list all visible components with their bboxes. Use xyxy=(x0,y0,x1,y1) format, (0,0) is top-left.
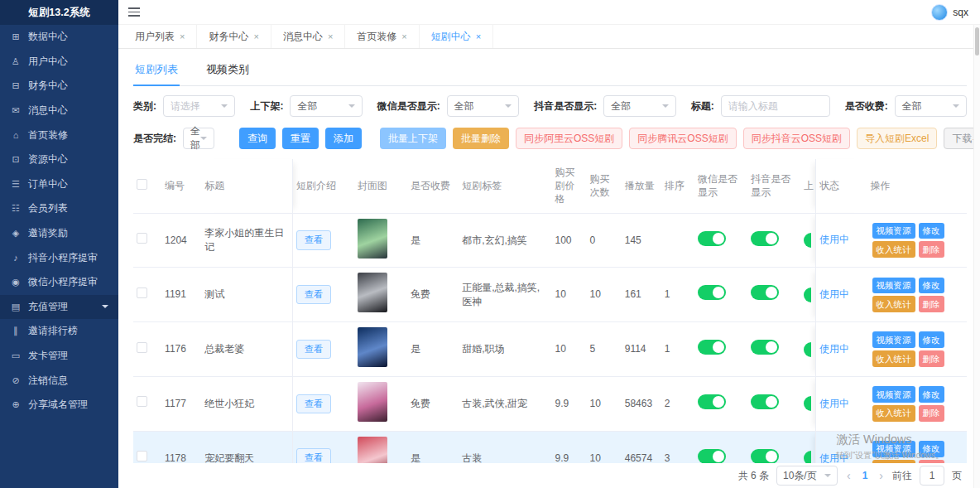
order-center-icon: ☰ xyxy=(10,179,22,190)
edit-button[interactable]: 修改 xyxy=(919,386,944,403)
sidebar-item-invite-ranking[interactable]: ∥ 邀请排行榜 xyxy=(0,319,118,344)
sidebar-item-data-center[interactable]: ⊞ 数据中心 xyxy=(0,25,118,50)
sidebar-item-message-center[interactable]: ✉ 消息中心 xyxy=(0,99,118,123)
category-label: 类别: xyxy=(133,99,156,114)
wechat-display-toggle[interactable] xyxy=(698,340,726,355)
import-excel-button[interactable]: 导入短剧Excel xyxy=(857,128,937,149)
sidebar-item-home-decoration[interactable]: ⌂ 首页装修 xyxy=(0,123,118,147)
goto-page-input[interactable] xyxy=(920,466,944,486)
prev-page-button[interactable]: ‹ xyxy=(845,469,853,482)
row-checkbox[interactable] xyxy=(137,342,147,353)
sidebar-item-order-center[interactable]: ☰ 订单中心 xyxy=(0,172,118,197)
douyin-display-toggle[interactable] xyxy=(751,231,779,246)
finished-select[interactable]: 全部 xyxy=(183,128,214,149)
douyin-display-select[interactable]: 全部 xyxy=(603,95,675,117)
row-checkbox[interactable] xyxy=(137,287,147,298)
row-checkbox[interactable] xyxy=(137,233,147,244)
sidebar-item-member-list[interactable]: ☷ 会员列表 xyxy=(0,196,118,221)
user-box[interactable]: sqx xyxy=(931,4,968,21)
sidebar-item-douyin-review[interactable]: ♪ 抖音小程序提审 xyxy=(0,245,118,270)
delete-button[interactable]: 删除 xyxy=(919,241,944,258)
tab-video-category[interactable]: 视频类别 xyxy=(204,57,251,85)
douyin-display-toggle[interactable] xyxy=(751,449,779,464)
page-size-select[interactable]: 10条/页 xyxy=(776,466,838,486)
wechat-display-select[interactable]: 全部 xyxy=(447,95,519,117)
view-intro-button[interactable]: 查看 xyxy=(296,285,331,304)
edit-button[interactable]: 修改 xyxy=(919,223,944,239)
next-page-button[interactable]: › xyxy=(877,469,885,482)
status-badge: 使用中 xyxy=(819,234,849,246)
tab-drama-list[interactable]: 短剧列表 xyxy=(133,57,180,86)
income-stat-button[interactable]: 收入统计 xyxy=(872,405,915,422)
view-intro-button[interactable]: 查看 xyxy=(296,230,331,249)
douyin-display-toggle[interactable] xyxy=(751,285,779,300)
cell-sort: 1 xyxy=(661,268,694,322)
chevron-down-icon xyxy=(348,104,355,108)
sidebar-item-domain-management[interactable]: ⊕ 分享域名管理 xyxy=(0,393,118,418)
close-icon[interactable]: × xyxy=(180,31,185,41)
col-shelf-truncated: 上 xyxy=(800,159,815,213)
sidebar-item-finance-center[interactable]: ⊟ 财务中心 xyxy=(0,74,118,99)
video-resource-button[interactable]: 视频资源 xyxy=(872,441,915,457)
view-intro-button[interactable]: 查看 xyxy=(296,340,331,359)
title-input[interactable] xyxy=(721,95,830,117)
tab-drama-center[interactable]: 短剧中心 × xyxy=(420,25,493,48)
income-stat-button[interactable]: 收入统计 xyxy=(872,296,915,312)
row-checkbox[interactable] xyxy=(137,396,147,407)
close-icon[interactable]: × xyxy=(476,31,481,41)
edit-button[interactable]: 修改 xyxy=(919,441,944,457)
menu-toggle-button[interactable] xyxy=(128,7,140,17)
scrollbar-thumb[interactable] xyxy=(975,27,979,56)
tab-finance-center[interactable]: 财务中心 × xyxy=(197,25,271,48)
cell-sort xyxy=(661,213,694,268)
sidebar-item-card-management[interactable]: ▭ 发卡管理 xyxy=(0,344,118,369)
sync-douyin-oss-button[interactable]: 同步抖音云OSS短剧 xyxy=(743,128,850,149)
cover-image xyxy=(358,327,387,367)
fee-select[interactable]: 全部 xyxy=(895,95,967,117)
sidebar-item-logout-info[interactable]: ⊘ 注销信息 xyxy=(0,368,118,393)
cell-id: 1176 xyxy=(161,322,201,377)
view-intro-button[interactable]: 查看 xyxy=(296,394,331,413)
edit-button[interactable]: 修改 xyxy=(919,331,944,348)
category-select[interactable]: 请选择 xyxy=(163,95,235,117)
wechat-display-toggle[interactable] xyxy=(698,449,726,464)
delete-button[interactable]: 删除 xyxy=(919,405,944,422)
video-resource-button[interactable]: 视频资源 xyxy=(872,223,915,239)
income-stat-button[interactable]: 收入统计 xyxy=(872,350,915,367)
close-icon[interactable]: × xyxy=(253,31,258,41)
sidebar-item-invite-reward[interactable]: ◈ 邀请奖励 xyxy=(0,221,118,246)
tab-user-list[interactable]: 用户列表 × xyxy=(123,25,197,48)
sidebar-item-wechat-review[interactable]: ◉ 微信小程序提审 xyxy=(0,270,118,295)
sidebar-item-recharge-management[interactable]: ▤ 充值管理 xyxy=(0,295,118,320)
close-icon[interactable]: × xyxy=(401,31,406,41)
batch-delete-button[interactable]: 批量删除 xyxy=(453,128,509,149)
income-stat-button[interactable]: 收入统计 xyxy=(872,241,915,258)
select-all-checkbox[interactable] xyxy=(137,179,147,190)
delete-button[interactable]: 删除 xyxy=(919,296,944,312)
video-resource-button[interactable]: 视频资源 xyxy=(872,331,915,348)
shelf-select[interactable]: 全部 xyxy=(290,95,362,117)
sidebar-item-resource-center[interactable]: ⊡ 资源中心 xyxy=(0,147,118,172)
vertical-scrollbar[interactable] xyxy=(973,25,980,488)
search-button[interactable]: 查询 xyxy=(239,128,276,149)
sync-tencent-oss-button[interactable]: 同步腾讯云OSS短剧 xyxy=(629,128,736,149)
add-button[interactable]: 添加 xyxy=(325,128,362,149)
row-checkbox[interactable] xyxy=(137,451,147,461)
douyin-display-toggle[interactable] xyxy=(751,394,779,409)
page-number[interactable]: 1 xyxy=(860,470,871,481)
wechat-display-toggle[interactable] xyxy=(698,285,726,300)
tab-home-decoration[interactable]: 首页装修 × xyxy=(345,25,419,48)
douyin-display-toggle[interactable] xyxy=(751,340,779,355)
sidebar-item-user-center[interactable]: ♙ 用户中心 xyxy=(0,50,118,75)
wechat-display-toggle[interactable] xyxy=(698,394,726,409)
video-resource-button[interactable]: 视频资源 xyxy=(872,278,915,294)
sync-aliyun-oss-button[interactable]: 同步阿里云OSS短剧 xyxy=(516,128,622,149)
delete-button[interactable]: 删除 xyxy=(919,350,944,367)
wechat-display-toggle[interactable] xyxy=(698,231,726,246)
batch-shelf-button[interactable]: 批量上下架 xyxy=(380,128,446,149)
video-resource-button[interactable]: 视频资源 xyxy=(872,386,915,403)
close-icon[interactable]: × xyxy=(328,31,333,41)
reset-button[interactable]: 重置 xyxy=(282,128,319,149)
tab-message-center[interactable]: 消息中心 × xyxy=(271,25,345,48)
edit-button[interactable]: 修改 xyxy=(919,278,944,294)
